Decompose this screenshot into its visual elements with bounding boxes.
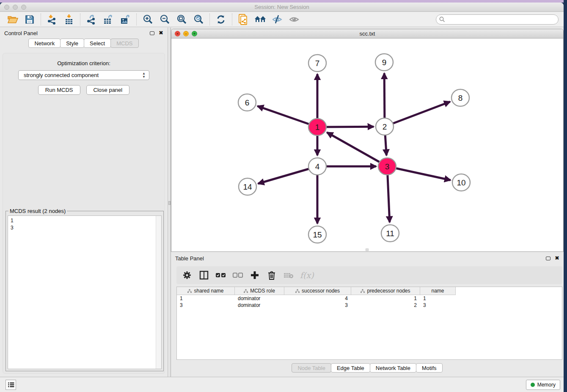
table-cell[interactable]: 2 <box>351 302 420 309</box>
toolbar-separator <box>136 14 137 25</box>
graph-node-4[interactable]: 4 <box>308 158 326 175</box>
delete-column-button[interactable] <box>266 270 277 281</box>
network-close-button[interactable]: ✕ <box>175 31 180 36</box>
tab-motifs[interactable]: Motifs <box>416 363 443 373</box>
hide-elements-button[interactable] <box>271 14 284 25</box>
unchecked-boxes-icon <box>233 273 243 278</box>
graph-node-15[interactable]: 15 <box>308 226 326 243</box>
network-maximize-button[interactable]: + <box>192 31 197 36</box>
graph-node-7[interactable]: 7 <box>308 55 326 72</box>
graph-edge-1-6[interactable] <box>258 106 317 127</box>
table-row[interactable]: 1dominator411 <box>177 295 562 302</box>
table-cell[interactable]: 3 <box>420 302 456 309</box>
tab-network[interactable]: Network <box>28 39 61 48</box>
import-network-button[interactable] <box>46 14 58 25</box>
canvas-grip[interactable] <box>366 248 369 251</box>
tab-style[interactable]: Style <box>60 39 84 48</box>
graph-node-2[interactable]: 2 <box>376 118 394 135</box>
checked-boxes-icon <box>216 273 226 278</box>
graph-node-label: 2 <box>383 122 387 131</box>
attribute-icon <box>361 289 365 293</box>
tab-mcds[interactable]: MCDS <box>110 39 138 48</box>
layout-homes-button[interactable] <box>254 14 267 25</box>
graph-node-label: 7 <box>315 59 320 68</box>
graph-node-6[interactable]: 6 <box>238 94 256 111</box>
save-session-button[interactable] <box>23 14 36 25</box>
table-cell[interactable]: 3 <box>177 302 235 309</box>
task-history-button[interactable] <box>6 380 16 390</box>
graph-node-11[interactable]: 11 <box>381 225 399 242</box>
graph-node-label: 8 <box>458 94 463 102</box>
search-input[interactable] <box>436 14 559 25</box>
tab-edge-table[interactable]: Edge Table <box>331 363 370 373</box>
graph-node-label: 10 <box>457 178 465 187</box>
zoom-fit-button[interactable] <box>175 14 188 25</box>
graph-node-10[interactable]: 10 <box>452 174 470 191</box>
table-cell[interactable]: dominator <box>235 302 284 309</box>
column-header-successor-nodes[interactable]: successor nodes <box>284 287 351 295</box>
export-network-button[interactable] <box>85 14 98 25</box>
table-row[interactable]: 3dominator323 <box>177 302 562 309</box>
network-canvas[interactable]: 7968124314101511 <box>171 39 563 251</box>
network-view-window: ✕ − + scc.txt 7968124314101511 <box>171 29 564 252</box>
graph-edge-2-8[interactable] <box>385 102 450 127</box>
tab-node-table[interactable]: Node Table <box>292 363 331 373</box>
import-table-button[interactable] <box>63 14 75 25</box>
column-header-predecessor-nodes[interactable]: predecessor nodes <box>351 287 420 295</box>
float-table-panel-icon[interactable] <box>546 257 550 260</box>
mcds-result-text[interactable]: 13 <box>8 215 162 369</box>
create-column-button[interactable] <box>249 270 260 281</box>
zoom-selected-button[interactable] <box>192 14 205 25</box>
table-cell[interactable]: 1 <box>420 295 456 302</box>
table-cell[interactable]: 1 <box>351 295 420 302</box>
export-table-button[interactable] <box>102 14 115 25</box>
graph-node-9[interactable]: 9 <box>375 54 393 71</box>
column-header-shared-name[interactable]: shared name <box>177 287 235 295</box>
control-panel: Control Panel ✖ NetworkStyleSelectMCDS O… <box>0 28 168 377</box>
float-panel-icon[interactable] <box>150 31 154 35</box>
refresh-button[interactable] <box>215 14 227 25</box>
new-network-from-file-button[interactable] <box>237 14 250 25</box>
table-cell[interactable]: 1 <box>177 295 235 302</box>
zoom-in-button[interactable] <box>141 14 154 25</box>
select-all-columns-button[interactable] <box>215 270 226 281</box>
show-columns-button[interactable] <box>198 270 209 281</box>
table-cell[interactable]: 4 <box>284 295 351 302</box>
graph-node-1[interactable]: 1 <box>308 119 326 135</box>
open-session-button[interactable] <box>6 14 19 25</box>
graph-node-8[interactable]: 8 <box>451 89 469 106</box>
close-panel-button[interactable]: Close panel <box>86 85 130 95</box>
table-cell[interactable]: 3 <box>284 302 351 309</box>
column-header-name[interactable]: name <box>420 287 456 295</box>
splitter-grip[interactable] <box>168 201 171 205</box>
show-elements-button[interactable] <box>288 14 300 25</box>
node-table[interactable]: shared nameMCDS rolesuccessor nodesprede… <box>176 287 562 360</box>
zoom-out-button[interactable] <box>158 14 171 25</box>
window-zoom-button[interactable] <box>21 5 26 10</box>
tab-network-table[interactable]: Network Table <box>370 363 416 373</box>
result-scrollbar[interactable] <box>156 216 161 369</box>
run-mcds-button[interactable]: Run MCDS <box>38 85 80 95</box>
tab-select[interactable]: Select <box>84 39 111 48</box>
graph-node-14[interactable]: 14 <box>239 178 256 195</box>
close-panel-icon[interactable]: ✖ <box>159 31 163 35</box>
graph-edge-3-10[interactable] <box>387 166 451 180</box>
graph-node-3[interactable]: 3 <box>378 158 396 175</box>
column-header-MCDS-role[interactable]: MCDS role <box>235 287 284 295</box>
import-network-icon <box>47 14 58 25</box>
panel-splitter[interactable] <box>168 28 171 377</box>
unselect-all-columns-button[interactable] <box>232 270 243 281</box>
memory-status-icon <box>531 383 535 387</box>
export-image-button[interactable] <box>119 14 132 25</box>
memory-button[interactable]: Memory <box>526 380 560 390</box>
graph-edge-3-1[interactable] <box>327 133 387 166</box>
delete-table-icon <box>284 272 294 279</box>
criterion-select[interactable]: strongly connected component ▲▼ <box>18 70 149 80</box>
network-minimize-button[interactable]: − <box>183 31 189 36</box>
close-table-panel-icon[interactable]: ✖ <box>555 256 559 260</box>
table-options-button[interactable] <box>182 270 193 281</box>
window-minimize-button[interactable] <box>13 5 18 10</box>
table-cell[interactable]: dominator <box>235 295 284 302</box>
window-close-button[interactable] <box>4 5 9 10</box>
main-toolbar <box>0 12 564 27</box>
